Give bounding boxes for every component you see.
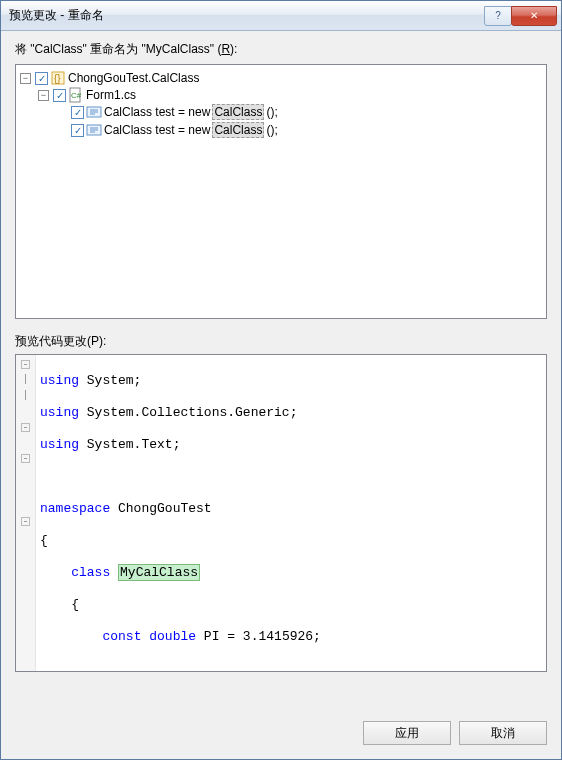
svg-text:{}: {} <box>54 73 61 84</box>
dialog-footer: 应用 取消 <box>1 711 561 759</box>
tree-reference-node[interactable]: ✓ CalClass test = new CalClass(); <box>56 104 542 120</box>
namespace-icon: {} <box>50 70 66 86</box>
collapse-icon[interactable]: − <box>20 73 31 84</box>
outline-gutter: - | | - - - <box>16 355 36 671</box>
fold-toggle[interactable]: - <box>21 360 30 369</box>
tree-root-node[interactable]: − ✓ {} ChongGouTest.CalClass <box>20 70 542 86</box>
tree-line-post: (); <box>266 123 277 137</box>
tree-line-highlight: CalClass <box>212 104 264 120</box>
checkbox[interactable]: ✓ <box>53 89 66 102</box>
code-lines: using System; using System.Collections.G… <box>36 355 411 671</box>
apply-button[interactable]: 应用 <box>363 721 451 745</box>
checkbox[interactable]: ✓ <box>71 106 84 119</box>
tree-line-highlight: CalClass <box>212 122 264 138</box>
code-preview-panel[interactable]: - | | - - - using System; using System.C… <box>15 354 547 672</box>
collapse-icon[interactable]: − <box>38 90 49 101</box>
cancel-button[interactable]: 取消 <box>459 721 547 745</box>
fold-toggle[interactable]: - <box>21 454 30 463</box>
code-preview-label: 预览代码更改(P): <box>15 333 547 350</box>
tree-node-label: ChongGouTest.CalClass <box>68 71 199 85</box>
renamed-identifier: MyCalClass <box>118 564 200 581</box>
csharp-file-icon: C# <box>68 87 84 103</box>
reference-icon <box>86 122 102 138</box>
changes-tree-panel[interactable]: − ✓ {} ChongGouTest.CalClass − ✓ <box>15 64 547 319</box>
tree-reference-node[interactable]: ✓ CalClass test = new CalClass(); <box>56 122 542 138</box>
reference-icon <box>86 104 102 120</box>
rename-prompt: 将 "CalClass" 重命名为 "MyCalClass" (R): <box>15 41 547 58</box>
close-button[interactable]: ✕ <box>511 6 557 26</box>
checkbox[interactable]: ✓ <box>71 124 84 137</box>
window-title: 预览更改 - 重命名 <box>9 7 485 24</box>
tree-line-pre: CalClass test = new <box>104 105 210 119</box>
checkbox[interactable]: ✓ <box>35 72 48 85</box>
fold-toggle[interactable]: - <box>21 517 30 526</box>
tree-line-pre: CalClass test = new <box>104 123 210 137</box>
tree-line-post: (); <box>266 105 277 119</box>
fold-toggle[interactable]: - <box>21 423 30 432</box>
help-button[interactable]: ? <box>484 6 512 26</box>
titlebar: 预览更改 - 重命名 ? ✕ <box>1 1 561 31</box>
svg-text:C#: C# <box>71 91 82 100</box>
tree-file-node[interactable]: − ✓ C# Form1.cs <box>38 87 542 103</box>
tree-node-label: Form1.cs <box>86 88 136 102</box>
